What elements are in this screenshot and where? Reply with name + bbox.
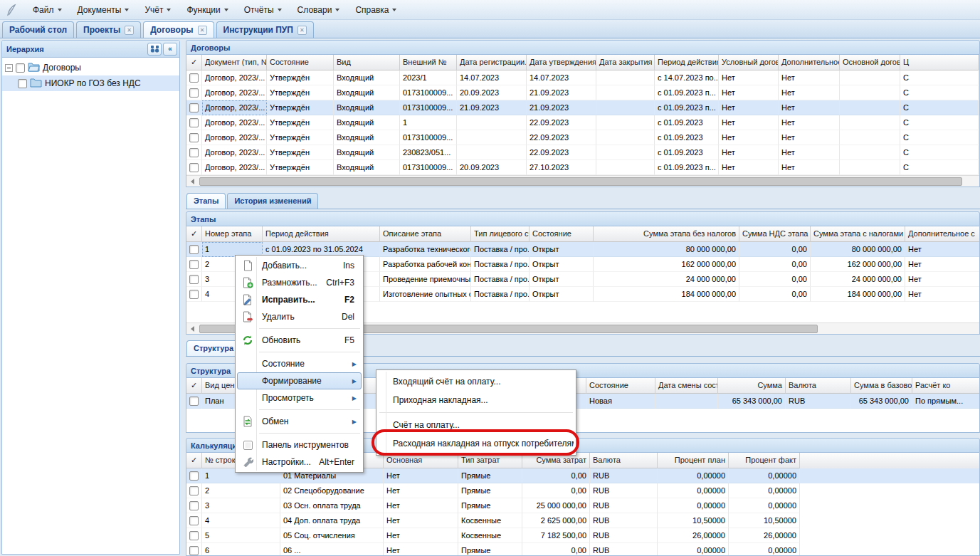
scrollbar-thumb[interactable] <box>199 177 962 186</box>
table-row[interactable]: Договор, 2023/...УтверждёнВходящий230823… <box>186 145 979 160</box>
close-icon[interactable]: ✕ <box>297 26 307 35</box>
column-header[interactable]: Процент план <box>658 453 729 468</box>
row-checkbox[interactable] <box>189 118 199 127</box>
menu-item-add[interactable]: Добавить...Ins <box>237 257 362 274</box>
column-header[interactable]: Расчёт ко <box>912 378 979 394</box>
row-checkbox[interactable] <box>189 245 199 254</box>
column-header[interactable]: Период действия.. <box>655 55 719 70</box>
column-header[interactable]: Состояние <box>267 55 334 70</box>
row-checkbox[interactable] <box>189 163 199 172</box>
row-checkbox-cell[interactable] <box>186 145 202 160</box>
column-header[interactable]: Сумма <box>718 378 786 394</box>
menu-dictionaries[interactable]: Словари <box>290 2 347 18</box>
row-checkbox-cell[interactable] <box>186 528 202 543</box>
table-row[interactable]: Договор, 2023/...УтверждёнВходящий017310… <box>186 100 979 115</box>
column-header[interactable]: Ц <box>900 55 979 70</box>
row-checkbox-cell[interactable] <box>186 257 202 272</box>
tab-projects[interactable]: Проекты✕ <box>76 21 141 38</box>
tree-node-contracts[interactable]: Договоры <box>2 60 179 75</box>
menu-item-generate[interactable]: Формирование▶ <box>237 372 362 389</box>
row-checkbox[interactable] <box>189 103 199 112</box>
column-header[interactable]: Дополнительное с <box>905 226 979 242</box>
close-icon[interactable]: ✕ <box>125 26 134 35</box>
column-header[interactable]: ✓ <box>186 378 202 394</box>
menu-item-exchange[interactable]: Обмен▶ <box>237 413 362 430</box>
column-header[interactable]: Номер этапа <box>202 226 263 242</box>
row-checkbox-cell[interactable] <box>186 468 202 483</box>
column-header[interactable]: Состояние <box>586 378 655 394</box>
menu-item-delete[interactable]: УдалитьDel <box>237 308 362 325</box>
column-header[interactable]: Состояние <box>529 226 594 242</box>
column-header[interactable]: Сумма этапа без налогов <box>594 226 739 242</box>
row-checkbox[interactable] <box>189 516 199 525</box>
menu-functions[interactable]: Функции <box>179 2 235 18</box>
column-header[interactable]: Документ (тип, № <box>202 55 267 70</box>
menu-item-receipt-note[interactable]: Приходная накладная... <box>378 391 574 409</box>
row-checkbox-cell[interactable] <box>186 272 202 287</box>
table-row[interactable]: 505 Соц. отчисленияНетКосвенные7 182 500… <box>186 528 979 543</box>
tab-desktop[interactable]: Рабочий стол <box>2 21 74 38</box>
close-icon[interactable]: ✕ <box>198 26 207 35</box>
tab-instructions[interactable]: Инструкции ПУП✕ <box>216 21 314 38</box>
column-header[interactable]: Внешний № <box>400 55 457 70</box>
tab-contracts[interactable]: Договоры✕ <box>143 21 214 38</box>
row-checkbox[interactable] <box>189 88 199 98</box>
column-header[interactable]: Сумма в базовой в <box>851 378 912 394</box>
table-row[interactable]: 202 СпецоборудованиеНетПрямые0,00RUB0,00… <box>186 483 979 498</box>
horizontal-splitter[interactable] <box>186 187 980 192</box>
column-header[interactable]: Дата закрытия <box>596 55 655 70</box>
column-header[interactable]: Вид <box>334 55 400 70</box>
tab-structure[interactable]: Структура <box>186 340 241 356</box>
row-checkbox-cell[interactable] <box>186 115 202 130</box>
menu-documents[interactable]: Документы <box>70 2 137 18</box>
menu-item-incoming-invoice[interactable]: Входящий счёт на оплату... <box>378 372 574 391</box>
tree-checkbox[interactable] <box>18 79 27 88</box>
column-header[interactable]: Основной договор <box>840 55 900 70</box>
column-header[interactable]: ✓ <box>186 55 202 70</box>
row-checkbox-cell[interactable] <box>186 85 202 100</box>
column-header[interactable]: Валюта <box>590 453 658 468</box>
row-checkbox-cell[interactable] <box>186 287 202 302</box>
row-checkbox[interactable] <box>189 290 199 299</box>
row-checkbox-cell[interactable] <box>186 483 202 498</box>
menu-file[interactable]: Файл <box>26 2 69 18</box>
table-row[interactable]: Договор, 2023/...УтверждёнВходящий017310… <box>186 160 979 175</box>
menu-item-consumer-dispatch-note[interactable]: Расходная накладная на отпуск потребител… <box>378 434 574 453</box>
column-header[interactable]: Описание этапа <box>380 226 471 242</box>
row-checkbox-cell[interactable] <box>186 242 202 257</box>
table-row[interactable]: Договор, 2023/...УтверждёнВходящий2023/1… <box>186 70 979 85</box>
row-checkbox-cell[interactable] <box>186 394 202 409</box>
column-header[interactable]: Дата регистрации. <box>457 55 527 70</box>
column-header[interactable]: ✓ <box>186 453 202 468</box>
menu-item-toolbar-panel[interactable]: Панель инструментов <box>237 436 362 453</box>
column-header[interactable]: Валюта <box>786 378 851 394</box>
row-checkbox[interactable] <box>189 397 199 406</box>
tree-node-niokr[interactable]: НИОКР по ГОЗ без НДС <box>2 75 179 91</box>
menu-item-view[interactable]: Просмотреть▶ <box>237 389 362 406</box>
table-row[interactable]: 303 Осн. оплата трудаНетПрямые25 000 000… <box>186 498 979 513</box>
menu-help[interactable]: Справка <box>348 2 404 18</box>
row-checkbox[interactable] <box>189 546 199 555</box>
row-checkbox-cell[interactable] <box>186 160 202 175</box>
row-checkbox[interactable] <box>189 501 199 510</box>
tab-change-history[interactable]: История изменений <box>227 193 318 209</box>
tab-stages[interactable]: Этапы <box>186 193 226 209</box>
search-icon[interactable] <box>147 43 162 56</box>
row-checkbox[interactable] <box>189 73 199 83</box>
menu-item-settings[interactable]: Настройки...Alt+Enter <box>237 453 362 471</box>
column-header[interactable]: Дополнительное с <box>779 55 840 70</box>
row-checkbox-cell[interactable] <box>186 498 202 513</box>
menu-item-refresh[interactable]: ОбновитьF5 <box>237 332 362 349</box>
column-header[interactable]: Условный договор <box>719 55 779 70</box>
table-row[interactable]: Договор, 2023/...УтверждёнВходящий122.09… <box>186 115 979 130</box>
column-header[interactable]: Сумма НДС этапа <box>739 226 811 242</box>
collapse-panel-icon[interactable]: « <box>163 43 177 56</box>
table-row[interactable]: Договор, 2023/...УтверждёнВходящий017310… <box>186 85 979 100</box>
menu-reports[interactable]: Отчёты <box>237 2 289 18</box>
scroll-left-icon[interactable] <box>186 323 198 335</box>
row-checkbox-cell[interactable] <box>186 70 202 85</box>
tree-collapse-icon[interactable] <box>5 64 13 72</box>
column-header[interactable]: Дата утверждения <box>527 55 596 70</box>
row-checkbox[interactable] <box>189 260 199 269</box>
row-checkbox-cell[interactable] <box>186 543 202 556</box>
